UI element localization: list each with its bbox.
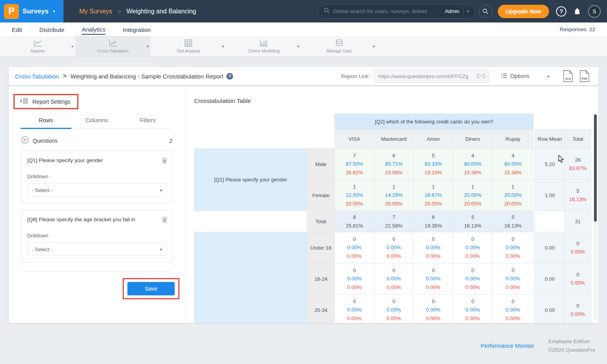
row-label: Male [307,149,335,180]
data-cell: 00.00%0.00% [493,232,534,263]
save-button[interactable]: Save [127,282,175,295]
row-total-cell: 00.00% [565,232,591,263]
chevron-down-icon: ▾ [53,9,55,13]
row-label: 18-24 [307,263,335,295]
search-button[interactable] [479,5,492,18]
export-pdf-button[interactable]: PDF [579,70,590,82]
nav-item-distribute[interactable]: Distribute [39,24,64,34]
data-cell: 120.00%20.00% [453,180,493,211]
options-list-icon [501,73,507,79]
row-mean-cell [535,211,565,232]
questions-label: Questions [33,138,58,144]
help-icon[interactable]: ? [556,6,566,17]
row-total-cell: 516.13% [565,180,591,211]
tab-rows[interactable]: Rows [21,117,71,129]
questionpro-logo[interactable]: P [4,4,19,19]
edition-info: Employee Edition ©2020 QuestionPro [548,337,595,355]
data-cell: 00.00%0.00% [374,263,414,295]
row-total-cell: 00.00% [565,295,591,323]
toolbar-item-choice-modelling[interactable]: Choice Modelling▾ [226,36,301,56]
column-header-amex: Amex [414,130,453,149]
settings-tabs: RowsColumnsFilters [21,117,173,129]
row-label: 25-34 [307,295,335,323]
data-cell: 00.00%0.00% [335,263,374,295]
drilldown-select[interactable]: - Select -▾ [27,243,166,256]
chevron-down-icon[interactable]: ▾ [547,74,549,78]
row-label: Total [307,211,335,232]
pdf-label: PDF [579,77,590,80]
link-icon[interactable] [477,73,485,80]
report-link-input[interactable] [378,73,474,79]
row-mean-cell: 0.00 [535,295,565,323]
column-header-rupay: Rupay [493,130,534,149]
chevron-down-icon[interactable]: ▾ [222,44,224,49]
report-header-bar: Cross Tabulation > Weighting and Balanci… [9,67,598,85]
data-cell: 00.00%0.00% [453,295,493,323]
product-menu-label: Surveys [22,7,49,15]
global-search-input[interactable] [333,8,442,14]
data-cell: 112.50%20.00% [335,180,374,211]
data-cell: 685.71%23.08% [374,149,414,180]
nav-item-integration[interactable]: Integration [123,24,151,34]
chevron-down-icon[interactable]: ▾ [373,44,375,49]
manage-data-icon [335,39,343,47]
chevron-down-icon: ▾ [160,247,162,252]
chevron-down-icon[interactable]: ▾ [147,44,149,49]
toolbar-item-label: Text Analysis [176,49,200,53]
toolbar-item-text-analysis[interactable]: Text Analysis▾ [151,36,226,56]
edition-label: Employee Edition [548,337,595,346]
options-dropdown[interactable]: Options [501,73,529,79]
upgrade-now-button[interactable]: Upgrade Now [498,5,549,18]
scrollbar-thumb[interactable] [594,114,597,222]
toolbar-item-label: Choice Modelling [248,49,280,53]
add-question-icon[interactable] [21,136,29,145]
drilldown-label: Drilldown [27,174,166,179]
performance-monitor-link[interactable]: Performance Monitor [481,343,534,349]
data-cell: 00.00%0.00% [335,232,374,263]
crosstab-panel: Crosstabulation Table [Q2] which of the … [185,86,598,323]
export-buttons: XLS PDF [563,70,590,82]
row-group-label [194,232,307,323]
chevron-down-icon[interactable]: ▾ [297,44,299,49]
divider [21,271,173,272]
search-scope-dropdown[interactable]: Admin ▾ [445,7,469,15]
cross-tabulation-icon [109,39,118,47]
user-avatar[interactable]: S [588,5,601,18]
save-zone: Save [9,278,179,299]
global-search[interactable]: Admin ▾ [318,4,475,19]
product-menu-surveys[interactable]: P Surveys ▾ [0,0,64,22]
toolbar-item-label: Cross-Tabulation [97,49,129,53]
nav-item-edit[interactable]: Edit [12,24,22,34]
export-xls-button[interactable]: XLS [563,70,573,82]
toolbar-item-reports[interactable]: Reports▾ [0,36,75,56]
cross-tabulation-link[interactable]: Cross Tabulation [15,73,59,80]
main-card: Report Settings RowsColumnsFilters Quest… [9,86,598,323]
chevron-down-icon[interactable]: ▾ [71,44,73,49]
reports-chart-icon [34,39,42,47]
toolbar-item-cross-tabulation[interactable]: Cross-Tabulation▾ [75,36,151,56]
vertical-scrollbar[interactable] [594,113,597,321]
report-link-label: Report Link: [341,73,370,79]
tab-columns[interactable]: Columns [71,117,122,129]
tab-filters[interactable]: Filters [122,117,173,129]
questions-count: 2 [169,138,172,144]
toolbar-item-label: Manage Data [327,49,351,53]
analytics-toolbar: Reports▾Cross-Tabulation▾Text Analysis▾C… [0,36,607,57]
breadcrumb-my-surveys[interactable]: My Surveys [79,8,112,15]
row-total-cell: 2683.87% [565,149,591,180]
report-settings-button[interactable]: Report Settings [15,95,77,108]
trash-icon[interactable] [162,157,167,165]
options-label: Options [510,73,529,79]
row-mean-cell: 1.00 [535,180,565,211]
help-icon[interactable]: ? [226,73,233,80]
toolbar-item-manage-data[interactable]: Manage Data▾ [301,36,377,56]
report-settings-highlight: Report Settings [13,94,78,109]
drilldown-select[interactable]: - Select -▾ [27,183,166,197]
nav-item-analytics[interactable]: Analytics [82,24,105,35]
questions-row: Questions 2 [21,136,172,145]
notifications-bell-icon[interactable] [573,7,581,15]
crosstab-table: [Q2] which of the following credit cards… [194,114,591,323]
trash-icon[interactable] [162,217,167,224]
question-card-2: [Q8] Please specify the age bracket you … [21,210,172,263]
column-header-diners: Diners [453,130,493,149]
